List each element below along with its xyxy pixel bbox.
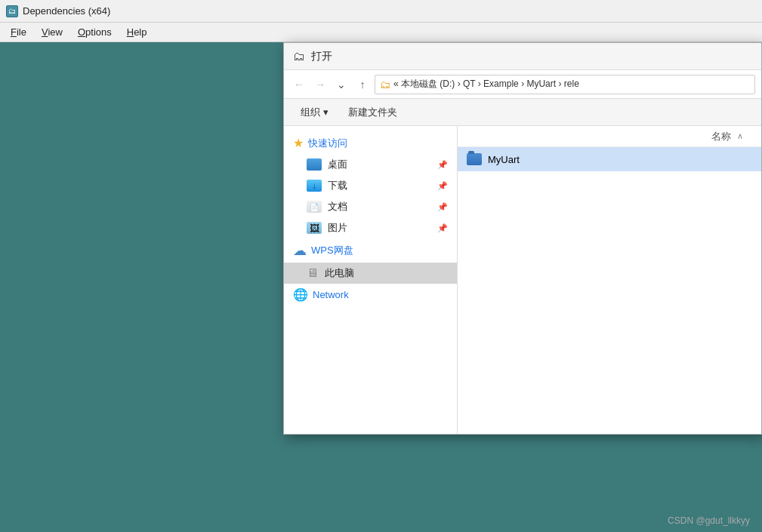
menu-help[interactable]: Help <box>119 24 155 40</box>
title-bar: 🗂 Dependencies (x64) <box>0 0 762 23</box>
network-icon: 🌐 <box>293 288 308 302</box>
nav-item-network[interactable]: 🌐 Network <box>284 284 457 306</box>
sort-icon: ∧ <box>737 131 743 141</box>
quick-access-star-icon: ★ <box>293 136 304 150</box>
nav-item-documents[interactable]: 📄 文档 📌 <box>284 196 457 217</box>
dialog-right-panel: 名称 ∧ MyUart <box>458 126 761 434</box>
new-folder-label: 新建文件夹 <box>348 106 397 119</box>
downloads-pin-icon: 📌 <box>437 181 448 191</box>
nav-path-text: « 本地磁盘 (D:) › QT › Example › MyUart › re… <box>393 78 579 91</box>
menu-options[interactable]: Options <box>70 24 119 40</box>
nav-dropdown-button[interactable]: ⌄ <box>332 75 350 94</box>
download-folder-icon: ↓ <box>307 180 322 192</box>
dialog-nav-bar: ← → ⌄ ↑ 🗂 « 本地磁盘 (D:) › QT › Example › M… <box>284 70 761 99</box>
pictures-pin-icon: 📌 <box>437 223 448 233</box>
desktop-folder-icon <box>307 158 322 171</box>
menu-view[interactable]: View <box>34 24 70 40</box>
wps-cloud-label: WPS网盘 <box>311 244 353 257</box>
myuart-folder-icon <box>467 152 482 167</box>
name-column-label: 名称 <box>711 130 731 143</box>
nav-path-bar[interactable]: 🗂 « 本地磁盘 (D:) › QT › Example › MyUart › … <box>375 75 755 94</box>
pictures-folder-icon: 🖼 <box>307 222 322 234</box>
myuart-label: MyUart <box>488 154 520 165</box>
file-item-myuart[interactable]: MyUart <box>458 147 761 171</box>
desktop-label: 桌面 <box>328 158 347 171</box>
documents-pin-icon: 📌 <box>437 202 448 212</box>
nav-item-this-pc[interactable]: 🖥 此电脑 <box>284 263 457 284</box>
this-pc-label: 此电脑 <box>325 266 354 280</box>
name-column-header[interactable]: 名称 ∧ <box>702 130 752 143</box>
menu-file[interactable]: File <box>3 24 34 40</box>
dialog-content: ★ 快速访问 桌面 📌 ↓ 下载 📌 📄 文档 📌 <box>284 126 761 434</box>
file-dialog: 🗂 打开 ← → ⌄ ↑ 🗂 « 本地磁盘 (D:) › QT › Exampl… <box>283 42 762 435</box>
nav-forward-button[interactable]: → <box>311 75 329 94</box>
dialog-title-bar: 🗂 打开 <box>284 43 761 70</box>
this-pc-icon: 🖥 <box>307 266 319 280</box>
nav-item-downloads[interactable]: ↓ 下载 📌 <box>284 175 457 196</box>
nav-back-button[interactable]: ← <box>290 75 308 94</box>
watermark: CSDN @gdut_llkkyy <box>668 515 750 526</box>
path-folder-icon: 🗂 <box>380 78 390 91</box>
documents-folder-icon: 📄 <box>307 201 322 213</box>
downloads-label: 下载 <box>328 179 347 192</box>
nav-up-button[interactable]: ↑ <box>353 75 372 94</box>
dialog-left-panel: ★ 快速访问 桌面 📌 ↓ 下载 📌 📄 文档 📌 <box>284 126 458 434</box>
wps-cloud-icon: ☁ <box>293 242 307 259</box>
new-folder-button[interactable]: 新建文件夹 <box>341 103 405 122</box>
organize-button[interactable]: 组织 ▾ <box>293 103 336 122</box>
dialog-title: 打开 <box>311 50 332 63</box>
quick-access-label: 快速访问 <box>308 137 347 150</box>
menu-bar: File View Options Help <box>0 23 762 42</box>
pictures-label: 图片 <box>328 221 347 235</box>
app-icon: 🗂 <box>6 5 18 17</box>
dialog-toolbar: 组织 ▾ 新建文件夹 <box>284 99 761 126</box>
network-label: Network <box>313 289 349 300</box>
nav-wps-cloud[interactable]: ☁ WPS网盘 <box>284 238 457 263</box>
desktop-pin-icon: 📌 <box>437 160 448 170</box>
nav-item-pictures[interactable]: 🖼 图片 📌 <box>284 217 457 238</box>
documents-label: 文档 <box>328 200 347 214</box>
app-title: Dependencies (x64) <box>23 5 110 17</box>
file-list-header: 名称 ∧ <box>458 126 761 147</box>
dialog-icon: 🗂 <box>293 50 305 63</box>
organize-label: 组织 ▾ <box>301 106 329 119</box>
quick-access-header[interactable]: ★ 快速访问 <box>284 132 457 154</box>
watermark-text: CSDN @gdut_llkkyy <box>668 515 750 526</box>
nav-item-desktop[interactable]: 桌面 📌 <box>284 154 457 175</box>
